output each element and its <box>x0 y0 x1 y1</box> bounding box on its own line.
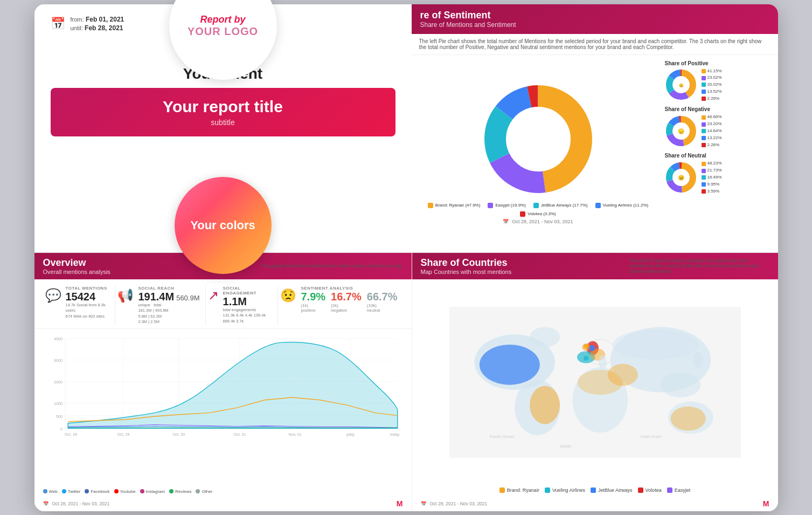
legend-label-jetblue: JetBlue Airways (17.7%) <box>541 203 588 208</box>
legend-easyjet: Easyjet (19.9%) <box>488 203 525 208</box>
legend-label-easyjet: Easyjet (19.9%) <box>495 203 525 208</box>
dot-reviews <box>169 489 173 493</box>
svg-text:500: 500 <box>55 415 62 418</box>
svg-text:2000: 2000 <box>53 380 62 384</box>
positive-donut-title: Share of Positive <box>665 60 709 66</box>
negative-legend: 46.66% 23.20% 14.64% 13.22% 2.28% <box>702 114 722 148</box>
map-dot-volotea <box>638 487 643 493</box>
negative-donut-svg: 😞 <box>665 115 697 147</box>
svg-text:1000: 1000 <box>53 402 62 406</box>
negative-stat: 16.7% (2k) negative <box>331 291 362 313</box>
svg-text:0: 0 <box>60 427 62 431</box>
legend-label-ryanair: Brand: Ryanair (47.9%) <box>435 203 481 208</box>
map-dot-jetblue <box>591 487 596 493</box>
legend-vueling: Vueling Airlines (11.2%) <box>595 203 649 208</box>
svg-text:Pacific Ocean: Pacific Ocean <box>489 434 514 438</box>
map-title: Share of Countries <box>421 257 512 269</box>
legend-ryanair: Brand: Ryanair (47.9%) <box>428 203 481 208</box>
calendar-icon: 📅 <box>51 17 65 31</box>
neutral-donut-svg: 😐 <box>665 161 697 194</box>
map-label-easyjet: Easyjet <box>675 487 691 493</box>
svg-point-75 <box>584 355 588 360</box>
overview-title: Overview <box>43 257 110 269</box>
neutral-donut-row: Share of Neutral 😐 <box>665 153 773 195</box>
svg-text:Indian Ocean: Indian Ocean <box>640 434 661 438</box>
sentiment-analysis-label: SENTIMENT ANALYSIS <box>301 286 397 291</box>
neg-label: negative <box>331 308 362 313</box>
map-label-jetblue: JetBlue Airways <box>598 487 633 493</box>
map-dot-ryanair <box>499 487 505 493</box>
svg-text:😐: 😐 <box>678 174 685 181</box>
svg-point-57 <box>530 386 560 424</box>
svg-text:today: today <box>390 432 399 437</box>
pos-label: positive <box>301 308 325 313</box>
mentions-text: TOTAL MENTIONS 15424 14.7k Social from 8… <box>66 286 110 320</box>
label-twitter: Twitter <box>68 489 81 494</box>
label-facebook: Facebook <box>91 489 109 494</box>
mediatoolkit-logo: M <box>397 499 403 508</box>
dot-instagram <box>140 489 144 493</box>
overview-description: The graph shows the mentions from each s… <box>261 263 402 269</box>
social-engagement-block: ↗ SOCIAL ENGAGEMENT 1.1M total engagemen… <box>206 286 279 325</box>
sentiment-date-footer: 📅 Oct 28, 2021 - Nov 03, 2021 <box>497 217 578 228</box>
pos-count: (1k) <box>301 303 325 308</box>
report-by-label: Report by <box>200 14 245 25</box>
social-engagement-label: SOCIAL ENGAGEMENT <box>223 286 273 296</box>
sentiment-description: The left Pie chart shows the total numbe… <box>412 34 778 55</box>
sentiment-text: SENTIMENT ANALYSIS 7.9% (1k) positive 16… <box>301 286 397 313</box>
map-dot-easyjet <box>667 487 672 493</box>
social-reach-block: 📢 SOCIAL REACH 191.4M 560.9M unique tota… <box>115 286 205 325</box>
svg-text:Nov, 01: Nov, 01 <box>288 432 301 436</box>
dot-twitter <box>62 489 66 493</box>
sentiment-subtitle: Share of Mentions and Sentiment <box>420 21 516 29</box>
left-panel: Report by YOUR LOGO 📅 from: Feb 01, 2021… <box>34 4 412 252</box>
legend-other: Other <box>196 489 212 494</box>
date-until-value: Feb 28, 2021 <box>85 24 123 32</box>
neutral-donut-title: Share of Neutral <box>665 153 706 159</box>
legend-youtube: Youtube <box>114 489 136 494</box>
total-mentions-label: TOTAL MENTIONS <box>66 286 110 291</box>
report-title: Your report title <box>67 98 379 116</box>
svg-text:Atlantic: Atlantic <box>560 444 572 448</box>
map-footer-calendar-icon: 📅 <box>421 501 427 506</box>
sentiment-icon: 😟 <box>280 288 296 303</box>
label-youtube: Youtube <box>120 489 136 494</box>
social-engagement-sub: total engagements <box>223 307 273 313</box>
social-engagement-value: 1.1M <box>223 296 273 307</box>
legend-web: Web <box>43 489 58 494</box>
label-reviews: Reviews <box>175 489 191 494</box>
social-reach-value: 191.4M <box>138 291 174 303</box>
mentions-icon: 💬 <box>45 288 61 303</box>
neu-count: (10k) <box>367 303 398 308</box>
world-map-svg: Pacific Ocean Atlantic Indian Ocean <box>418 307 773 458</box>
calendar-icon-small: 📅 <box>503 219 509 224</box>
svg-point-54 <box>479 345 539 385</box>
neutral-stat: 66.7% (10k) neutral <box>367 291 398 313</box>
overview-date-range: Oct 28, 2021 - Nov 03, 2021 <box>52 501 110 506</box>
neu-label: neutral <box>367 308 398 313</box>
map-footer: 📅 Oct 28, 2021 - Nov 03, 2021 M <box>412 497 778 511</box>
dot-facebook <box>85 489 89 493</box>
svg-text:yday: yday <box>346 432 355 437</box>
dates: from: Feb 01, 2021 until: Feb 28, 2021 <box>71 15 124 33</box>
total-mentions-block: 💬 TOTAL MENTIONS 15424 14.7k Social from… <box>43 286 116 325</box>
map-label-ryanair: Brand: Ryanair <box>507 487 539 493</box>
sentiment-content: Brand: Ryanair (47.9%) Easyjet (19.9%) J… <box>412 55 778 252</box>
date-until-label: until: <box>71 25 83 31</box>
map-description: The color of each country indicates the … <box>629 258 769 274</box>
svg-point-68 <box>607 363 637 386</box>
map-date-range: Oct 28, 2021 - Nov 03, 2021 <box>430 501 488 506</box>
neutral-donut-content: 😐 48.23% 21.73% 16.49% 9.95% 3.59% <box>665 160 722 195</box>
svg-text:😊: 😊 <box>678 83 683 88</box>
social-engagement-detail: 131.9k 6.4k 4.4k 136.4k889.4k 3.7k <box>223 313 273 324</box>
legend-dot-easyjet <box>488 203 493 208</box>
map-mediatoolkit-logo: M <box>763 499 769 508</box>
dot-other <box>196 489 200 493</box>
social-reach-sub: unique total181.3M | 493.8M5.8M | 62.2M2… <box>138 303 199 325</box>
date-from-value: Feb 01, 2021 <box>86 16 124 23</box>
colors-label: Your colors <box>190 218 255 232</box>
colors-circle: Your colors <box>175 177 272 274</box>
legend-jetblue: JetBlue Airways (17.7%) <box>533 203 588 208</box>
overview-header-left: Overview Overall mentions analysis <box>43 257 110 275</box>
legend-twitter: Twitter <box>62 489 81 494</box>
